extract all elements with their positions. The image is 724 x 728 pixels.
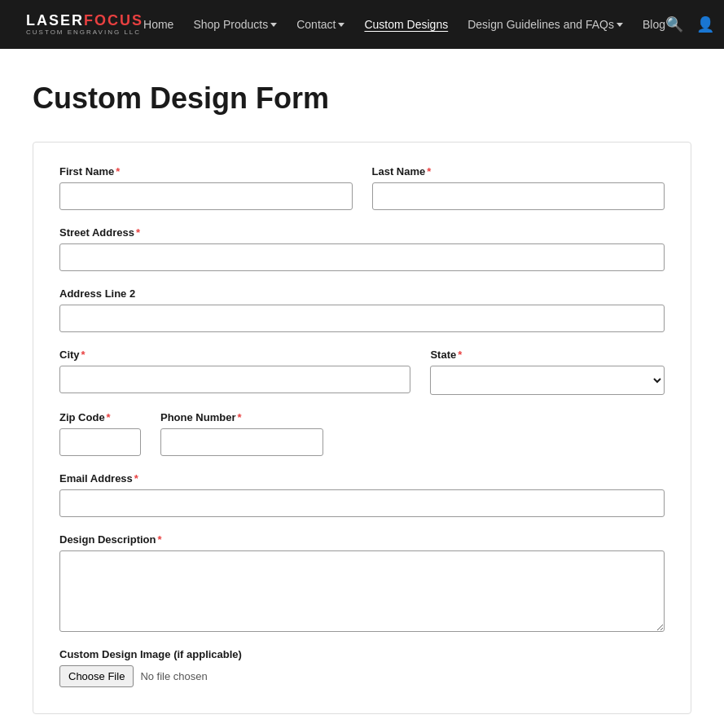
first-name-required: * (116, 165, 120, 178)
city-group: City* (59, 349, 410, 395)
city-input[interactable] (59, 366, 410, 393)
file-input-wrapper: Choose File No file chosen (59, 665, 665, 687)
first-name-label: First Name* (59, 165, 353, 178)
zip-code-group: Zip Code* (59, 411, 141, 456)
logo-name: LASERFOCUS (26, 13, 143, 29)
city-label: City* (59, 349, 410, 361)
street-address-label: Street Address* (59, 226, 665, 239)
state-select[interactable]: AL AK AZ AR CA CO CT FL GA TX NY (430, 366, 665, 395)
logo-laser: LASER (26, 12, 84, 29)
zip-code-input[interactable] (59, 428, 141, 456)
email-required: * (134, 472, 138, 485)
last-name-group: Last Name* (372, 165, 665, 210)
street-address-group: Street Address* (59, 226, 665, 271)
custom-design-image-group: Custom Design Image (if applicable) Choo… (59, 648, 665, 687)
contact-arrow-icon (338, 23, 344, 27)
site-header: LASERFOCUS CUSTOM ENGRAVING LLC Home Sho… (0, 0, 724, 49)
phone-required: * (237, 411, 241, 423)
state-group: State* AL AK AZ AR CA CO CT FL GA TX NY (430, 349, 665, 395)
street-address-input[interactable] (59, 243, 665, 271)
zip-code-label: Zip Code* (59, 411, 141, 423)
zip-required: * (107, 411, 111, 423)
main-content: Custom Design Form First Name* Last Name… (0, 49, 724, 728)
page-title: Custom Design Form (33, 81, 691, 116)
custom-design-form: First Name* Last Name* Street Address* (33, 142, 691, 714)
email-label: Email Address* (59, 472, 665, 485)
design-description-required: * (157, 533, 161, 546)
main-nav: Home Shop Products Contact Custom Design… (143, 18, 665, 31)
first-name-group: First Name* (59, 165, 353, 210)
logo-focus: FOCUS (84, 12, 143, 29)
zip-phone-row: Zip Code* Phone Number* (59, 411, 665, 456)
state-required: * (458, 349, 462, 361)
address-line2-label: Address Line 2 (59, 287, 665, 300)
state-label: State* (430, 349, 665, 361)
address-line2-input[interactable] (59, 305, 665, 332)
design-description-row: Design Description* (59, 533, 665, 632)
email-input[interactable] (59, 489, 665, 517)
email-row: Email Address* (59, 472, 665, 517)
choose-file-button[interactable]: Choose File (59, 665, 134, 687)
design-description-group: Design Description* (59, 533, 665, 632)
header-icons: 🔍 👤 🛒 (665, 15, 724, 33)
search-icon[interactable]: 🔍 (665, 15, 683, 33)
last-name-input[interactable] (372, 182, 665, 210)
custom-design-image-row: Custom Design Image (if applicable) Choo… (59, 648, 665, 687)
nav-blog[interactable]: Blog (643, 18, 665, 31)
name-row: First Name* Last Name* (59, 165, 665, 210)
design-description-textarea[interactable] (59, 550, 665, 632)
nav-home[interactable]: Home (143, 18, 173, 31)
last-name-required: * (427, 165, 431, 178)
address-line2-group: Address Line 2 (59, 287, 665, 332)
nav-shop-products[interactable]: Shop Products (193, 18, 277, 31)
nav-custom-designs[interactable]: Custom Designs (364, 18, 448, 31)
nav-contact[interactable]: Contact (296, 18, 344, 31)
logo-tagline: CUSTOM ENGRAVING LLC (26, 29, 143, 37)
first-name-input[interactable] (59, 182, 353, 210)
custom-design-image-label: Custom Design Image (if applicable) (59, 648, 665, 660)
shop-products-arrow-icon (270, 23, 277, 27)
no-file-text: No file chosen (140, 670, 207, 682)
email-group: Email Address* (59, 472, 665, 517)
nav-design-guidelines[interactable]: Design Guidelines and FAQs (467, 18, 623, 31)
site-logo[interactable]: LASERFOCUS CUSTOM ENGRAVING LLC (26, 13, 143, 37)
city-required: * (81, 349, 86, 361)
phone-number-label: Phone Number* (160, 411, 323, 423)
account-icon[interactable]: 👤 (696, 15, 714, 33)
city-state-row: City* State* AL AK AZ AR CA CO CT FL (59, 349, 665, 395)
design-guidelines-arrow-icon (616, 23, 623, 27)
street-address-required: * (136, 226, 140, 239)
phone-number-input[interactable] (160, 428, 323, 456)
design-description-label: Design Description* (59, 533, 665, 546)
phone-number-group: Phone Number* (160, 411, 323, 456)
last-name-label: Last Name* (372, 165, 665, 178)
street-address-row: Street Address* (59, 226, 665, 271)
address-line2-row: Address Line 2 (59, 287, 665, 332)
